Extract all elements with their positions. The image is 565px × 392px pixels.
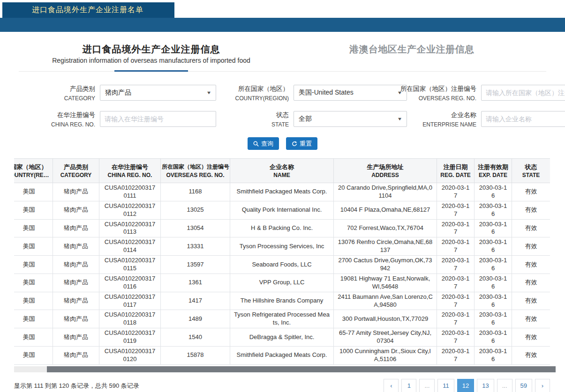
- horizontal-scrollbar[interactable]: [14, 366, 556, 372]
- top-banner-bar: [0, 18, 565, 32]
- cell-state: 有效: [512, 310, 550, 328]
- cell-china_reg_no: CUSA01022003170114: [99, 237, 161, 256]
- cell-address: 702 Forrest,Waco,TX,76704: [334, 219, 437, 237]
- cell-china_reg_no: CUSA01022003170112: [99, 201, 161, 219]
- cell-name: Tyson Refrigerated Processed Meats, Inc.: [230, 310, 334, 328]
- cell-state: 有效: [512, 292, 550, 310]
- cell-overseas_reg_no: 1361: [161, 274, 230, 292]
- results-table: 国家（地区）COUNTRY(REGION)产品类别CATEGORY在华注册编号C…: [14, 158, 550, 365]
- pagination-ellipsis: ...: [419, 379, 435, 392]
- chevron-down-icon: ▼: [397, 117, 403, 121]
- cell-state: 有效: [512, 183, 550, 201]
- cell-address: 2700 Cactus Drive,Guymon,OK,73942: [334, 256, 437, 274]
- reset-button-label: 重置: [300, 140, 312, 148]
- pagination-page-59[interactable]: 59: [515, 379, 532, 392]
- pagination-prev[interactable]: ‹: [384, 379, 399, 392]
- cell-country: 美国: [14, 310, 53, 328]
- cell-state: 有效: [512, 274, 550, 292]
- enterprise-name-input[interactable]: [481, 111, 565, 127]
- pagination-next[interactable]: ›: [535, 379, 550, 392]
- state-label-en: STATE: [271, 121, 289, 128]
- action-buttons: 查询 重置: [0, 137, 565, 150]
- column-header-state: 状态STATE: [512, 159, 550, 183]
- cell-exp_date: 2030-03-16: [475, 310, 512, 328]
- cell-exp_date: 2030-03-16: [475, 201, 512, 219]
- cell-overseas_reg_no: 15878: [161, 347, 230, 365]
- cell-state: 有效: [512, 237, 550, 256]
- cell-overseas_reg_no: 1417: [161, 292, 230, 310]
- cell-china_reg_no: CUSA01022003170118: [99, 310, 161, 328]
- cell-china_reg_no: CUSA01022003170116: [99, 274, 161, 292]
- cell-country: 美国: [14, 328, 53, 347]
- cell-china_reg_no: CUSA01022003170117: [99, 292, 161, 310]
- china-reg-no-input[interactable]: [100, 111, 216, 127]
- cell-country: 美国: [14, 219, 53, 237]
- cell-address: 13076 Renfro Circle,Omaha,NE,68137: [334, 237, 437, 256]
- cell-overseas_reg_no: 13597: [161, 256, 230, 274]
- cell-address: 65-77 Amity Street,Jersey City,NJ,07304: [334, 328, 437, 347]
- cell-name: Smithfield Packaged Meats Corp.: [230, 347, 334, 365]
- divider-line: [19, 71, 546, 72]
- cell-category: 猪肉产品: [53, 201, 99, 219]
- overseas-reg-no-input[interactable]: [481, 85, 565, 101]
- cell-name: Quality Pork International Inc.: [230, 201, 334, 219]
- cell-reg_date: 2020-03-17: [437, 292, 475, 310]
- tab-imported-food[interactable]: 进口食品境外生产企业注册信息 Registration information …: [42, 44, 260, 71]
- overseas-reg-no-label-en: OVERSEAS REG. NO.: [419, 95, 476, 102]
- state-select-value: 全部: [299, 115, 312, 123]
- cell-category: 猪肉产品: [53, 237, 99, 256]
- table-row: 美国猪肉产品CUSA0102200317012015878Smithfield …: [14, 347, 550, 365]
- category-label-en: CATEGORY: [64, 95, 95, 102]
- cell-country: 美国: [14, 237, 53, 256]
- cell-category: 猪肉产品: [53, 219, 99, 237]
- cell-state: 有效: [512, 328, 550, 347]
- table-row: 美国猪肉产品CUSA0102200317011513597Seaboard Fo…: [14, 256, 550, 274]
- cell-category: 猪肉产品: [53, 310, 99, 328]
- category-select[interactable]: 猪肉产品 ▼: [100, 85, 216, 101]
- cell-reg_date: 2020-03-17: [437, 310, 475, 328]
- pagination-page-13[interactable]: 13: [477, 379, 494, 392]
- refresh-icon: [292, 141, 297, 147]
- pagination-page-1[interactable]: 1: [401, 379, 416, 392]
- cell-address: 19081 Highway 71 East,Norwalk,WI,54648: [334, 274, 437, 292]
- app-title: 进口食品境外生产企业注册名单: [32, 5, 143, 15]
- reset-button[interactable]: 重置: [286, 137, 317, 150]
- column-header-category: 产品类别CATEGORY: [53, 159, 99, 183]
- cell-category: 猪肉产品: [53, 274, 99, 292]
- overseas-reg-no-label: 所在国家（地区）注册编号 OVERSEAS REG. NO.: [407, 85, 476, 102]
- cell-address: 1000 Cunningham Dr.,Sioux City,IA,51106: [334, 347, 437, 365]
- cell-overseas_reg_no: 1540: [161, 328, 230, 347]
- table-row: 美国猪肉产品CUSA010220031701161361VPP Group, L…: [14, 274, 550, 292]
- column-header-china_reg_no: 在华注册编号CHINA REG. NO.: [99, 159, 161, 183]
- cell-reg_date: 2020-03-17: [437, 183, 475, 201]
- pagination-page-11[interactable]: 11: [437, 379, 454, 392]
- cell-name: The Hillshire Brands Company: [230, 292, 334, 310]
- tab-hmt-region[interactable]: 港澳台地区生产企业注册信息: [349, 44, 475, 55]
- active-tab-underline: [114, 70, 188, 72]
- app-title-tab[interactable]: 进口食品境外生产企业注册名单: [2, 2, 174, 18]
- table-row: 美国猪肉产品CUSA0102200317011313054H & B Packi…: [14, 219, 550, 237]
- top-banner: 进口食品境外生产企业注册名单: [0, 0, 565, 32]
- state-select[interactable]: 全部 ▼: [294, 111, 407, 127]
- table-row: 美国猪肉产品CUSA010220031701171417The Hillshir…: [14, 292, 550, 310]
- cell-reg_date: 2020-03-17: [437, 201, 475, 219]
- cell-name: DeBragga & Spitler, Inc.: [230, 328, 334, 347]
- search-filters: 产品类别 CATEGORY 猪肉产品 ▼ 所在国家（地区） COUNTRY(RE…: [0, 85, 565, 128]
- state-label-zh: 状态: [276, 111, 289, 119]
- search-button[interactable]: 查询: [248, 137, 279, 150]
- enterprise-name-label-en: ENTERPRISE NAME: [422, 121, 476, 128]
- horizontal-scrollbar-thumb[interactable]: [47, 366, 556, 372]
- search-button-label: 查询: [261, 140, 273, 148]
- china-reg-no-label-zh: 在华注册编号: [57, 111, 95, 119]
- cell-category: 猪肉产品: [53, 347, 99, 365]
- page: 进口食品境外生产企业注册名单 进口食品境外生产企业注册信息 Registrati…: [0, 0, 565, 392]
- cell-exp_date: 2030-03-16: [475, 292, 512, 310]
- pagination-page-12[interactable]: 12: [457, 379, 474, 392]
- cell-reg_date: 2020-03-17: [437, 274, 475, 292]
- page-subtitle: Registration information of overseas man…: [42, 57, 260, 64]
- china-reg-no-label: 在华注册编号 CHINA REG. NO.: [14, 111, 95, 128]
- cell-address: 2411 Baumann Ave,San Lorenzo,CA,94580: [334, 292, 437, 310]
- country-select[interactable]: 美国-United States ▼: [294, 85, 407, 101]
- cell-address: 10404 F Plaza,Omaha,NE,68127: [334, 201, 437, 219]
- cell-state: 有效: [512, 256, 550, 274]
